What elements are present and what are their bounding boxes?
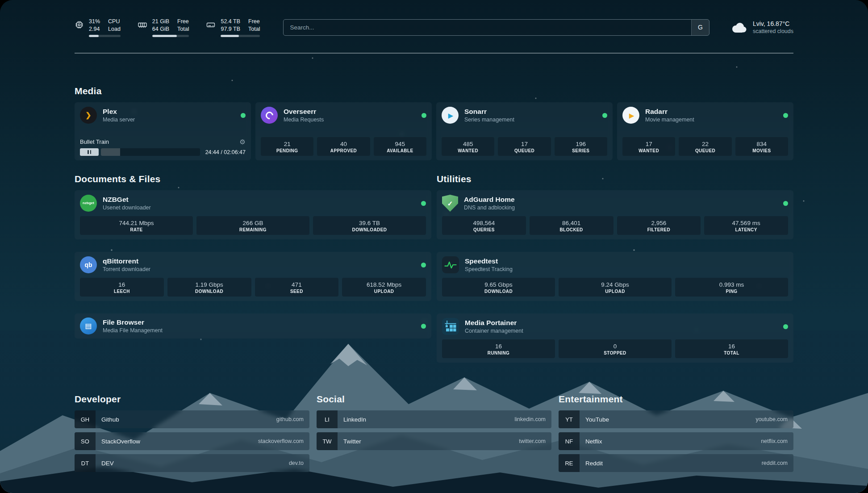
stat-queries: 498,564QUERIES: [442, 216, 526, 235]
status-dot: [783, 113, 788, 118]
service-card-adguard[interactable]: ✓ AdGuard Home DNS and adblocking 498,56…: [437, 190, 793, 239]
stat-queued: 22QUEUED: [679, 137, 731, 156]
section-title-social: Social: [317, 394, 551, 405]
stat-ping: 0.993 msPING: [675, 278, 788, 297]
bookmark-twitter[interactable]: TW Twitter twitter.com: [317, 432, 551, 450]
filebrowser-icon: ▤: [80, 318, 97, 334]
service-name: Media Portainer: [465, 318, 523, 327]
bookmark-dev[interactable]: DT DEV dev.to: [75, 454, 309, 472]
two-column-area: Documents & Files nzbget NZBGet Usenet d…: [75, 174, 793, 363]
dashboard-content: 31% CPU 2.94 Load: [0, 0, 868, 493]
cpu-icon: [75, 20, 84, 29]
stat-stopped: 0STOPPED: [559, 339, 672, 358]
seek-bar[interactable]: [101, 148, 200, 156]
service-name: Plex: [103, 107, 135, 116]
disk-progress-bar: [221, 35, 260, 37]
status-dot: [421, 263, 426, 267]
service-card-plex[interactable]: ❯ Plex Media server Bullet Train ⚙: [75, 102, 251, 160]
stat-approved: 40APPROVED: [317, 137, 370, 156]
memory-free-label: Free: [177, 18, 189, 25]
now-playing-title: Bullet Train: [80, 138, 109, 145]
service-description: Series management: [464, 116, 514, 123]
service-card-sonarr[interactable]: ▶ Sonarr Series management 485WANTED 17Q…: [436, 102, 613, 160]
service-description: Media server: [103, 116, 135, 123]
bookmark-name: YouTube: [585, 416, 609, 423]
weather-location: Lviv, 16.87°C: [753, 20, 793, 28]
bookmark-url: stackoverflow.com: [258, 438, 304, 444]
service-card-overseerr[interactable]: Overseerr Media Requests 21PENDING 40APP…: [255, 102, 432, 160]
service-card-radarr[interactable]: ▶ Radarr Movie management 17WANTED 22QUE…: [617, 102, 793, 160]
system-widgets: 31% CPU 2.94 Load: [75, 18, 260, 37]
disk-widget: 52.4 TB Free 97.9 TB Total: [206, 18, 260, 37]
bookmark-name: Netflix: [585, 438, 602, 445]
service-name: Sonarr: [464, 107, 514, 116]
stat-movies: 834MOVIES: [735, 137, 788, 156]
service-description: DNS and adblocking: [464, 204, 515, 211]
stat-upload: 618.52 MbpsUPLOAD: [342, 278, 426, 297]
cpu-progress-bar: [89, 35, 121, 37]
service-card-speedtest[interactable]: Speedtest Speedtest Tracking 9.65 GbpsDO…: [437, 252, 793, 301]
service-name: Speedtest: [465, 257, 513, 266]
bookmark-url: reddit.com: [762, 460, 788, 466]
service-card-portainer[interactable]: Media Portainer Container management 16R…: [437, 313, 793, 363]
portainer-crane-icon: [442, 318, 459, 335]
stat-remaining: 266 GBREMAINING: [196, 216, 309, 235]
bookmark-stackoverflow[interactable]: SO StackOverflow stackoverflow.com: [75, 432, 309, 450]
status-dot: [421, 201, 426, 206]
stat-leech: 16LEECH: [80, 278, 164, 297]
weather-condition: scattered clouds: [753, 28, 793, 35]
bookmark-abbr: TW: [317, 432, 338, 450]
bookmarks-area: Developer GH Github github.com SO StackO…: [75, 394, 793, 472]
plex-icon: ❯: [80, 107, 97, 124]
header-divider: [75, 53, 793, 54]
service-card-nzbget[interactable]: nzbget NZBGet Usenet downloader 744.21 M…: [75, 190, 431, 239]
memory-total-value: 64 GiB: [152, 25, 169, 33]
service-card-filebrowser[interactable]: ▤ File Browser Media File Management: [75, 313, 431, 338]
seek-progress: [101, 148, 120, 156]
section-title-entertainment: Entertainment: [559, 394, 793, 405]
stat-latency: 47.569 msLATENCY: [704, 216, 788, 235]
section-title-documents: Documents & Files: [75, 174, 431, 184]
status-dot: [421, 113, 426, 118]
plex-now-playing: Bullet Train ⚙ 24:44 / 02:06:47: [80, 138, 246, 156]
bookmark-url: youtube.com: [755, 416, 788, 422]
bookmark-name: Twitter: [343, 438, 361, 445]
gear-icon[interactable]: ⚙: [240, 138, 246, 145]
bookmark-github[interactable]: GH Github github.com: [75, 410, 309, 428]
status-dot: [783, 324, 788, 329]
bookmark-abbr: RE: [559, 454, 580, 472]
top-bar: 31% CPU 2.94 Load: [75, 15, 793, 39]
stat-upload: 9.24 GbpsUPLOAD: [559, 278, 672, 297]
search-bar: G: [283, 19, 709, 36]
stat-total: 16TOTAL: [675, 339, 788, 358]
stat-download: 9.65 GbpsDOWNLOAD: [442, 278, 555, 297]
section-title-utilities: Utilities: [437, 174, 793, 184]
cpu-label: CPU: [108, 18, 121, 25]
utilities-section: Utilities ✓ AdGuard Home DNS and adblock…: [437, 174, 793, 363]
bookmark-abbr: GH: [75, 410, 96, 428]
bookmark-group-entertainment: Entertainment YT YouTube youtube.com NF …: [559, 394, 793, 472]
status-dot: [602, 113, 607, 118]
stat-wanted: 485WANTED: [442, 137, 494, 156]
bookmark-name: LinkedIn: [343, 416, 366, 423]
service-description: Movie management: [645, 116, 694, 123]
bookmark-name: DEV: [101, 460, 114, 467]
bookmark-youtube[interactable]: YT YouTube youtube.com: [559, 410, 793, 428]
bookmark-reddit[interactable]: RE Reddit reddit.com: [559, 454, 793, 472]
stat-filtered: 2,956FILTERED: [617, 216, 701, 235]
bookmark-linkedin[interactable]: LI LinkedIn linkedin.com: [317, 410, 551, 428]
search-input[interactable]: [283, 19, 709, 36]
cloud-icon: [730, 21, 747, 33]
service-description: Container management: [465, 327, 523, 334]
service-card-qbittorrent[interactable]: qb qBittorrent Torrent downloader 16LEEC…: [75, 252, 431, 301]
pause-button[interactable]: [80, 148, 99, 156]
overseerr-icon: [261, 107, 278, 124]
media-grid: ❯ Plex Media server Bullet Train ⚙: [75, 102, 793, 160]
bookmark-abbr: YT: [559, 410, 580, 428]
memory-total-label: Total: [177, 25, 189, 33]
bookmark-netflix[interactable]: NF Netflix netflix.com: [559, 432, 793, 450]
bookmark-url: netflix.com: [761, 438, 788, 444]
disk-total-label: Total: [248, 25, 260, 33]
search-provider-button[interactable]: G: [691, 20, 709, 35]
pause-bar-icon: [90, 150, 92, 154]
